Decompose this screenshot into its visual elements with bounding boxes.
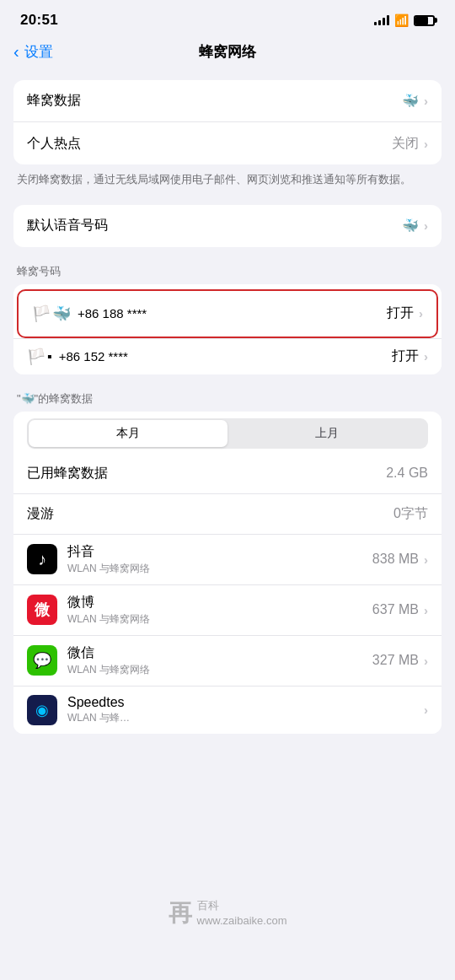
chevron-right-icon: › [424,703,428,717]
default-voice-icon: 🐳 [402,218,419,234]
app-name-weibo: 微博 [67,594,150,611]
hotspot-value: 关闭 [392,135,419,153]
speedtest-icon: ◉ [27,695,57,725]
data-section-label: "🐳"的蜂窝数据 [0,391,455,412]
hotspot-label: 个人热点 [27,135,81,153]
flag1-icon: 🏳️ [32,304,51,323]
status-icons: 📶 [374,13,435,27]
sim1-number: +86 188 **** [78,306,387,320]
sim1-highlighted: 🏳️ 🐳 +86 188 **** 打开 › [17,289,438,338]
chevron-right-icon: › [424,349,428,363]
cellular-data-row[interactable]: 蜂窝数据 🐳 › [13,80,442,122]
app-name-wechat: 微信 [67,644,150,662]
app-row-wechat[interactable]: 💬 微信 WLAN 与蜂窝网络 327 MB › [13,636,442,687]
segment-control: 本月 上月 [27,418,428,449]
card-data-usage: 本月 上月 已用蜂窝数据 2.4 GB 漫游 0字节 ♪ 抖音 WLAN 与蜂窝… [13,412,442,734]
tab-last-month[interactable]: 上月 [228,420,426,447]
app-row-weibo[interactable]: 微 微博 WLAN 与蜂窝网络 637 MB › [13,585,442,636]
chevron-right-icon: › [424,552,428,567]
app-sub-tiktok: WLAN 与蜂窝网络 [67,562,150,576]
tab-this-month[interactable]: 本月 [29,420,228,447]
app-data-tiktok: 838 MB › [372,552,428,567]
default-voice-label: 默认语音号码 [27,217,108,234]
app-sub-weibo: WLAN 与蜂窝网络 [67,612,150,627]
app-data-wechat: 327 MB › [372,653,428,668]
weibo-icon: 微 [27,595,57,625]
wifi-icon: 📶 [394,13,409,27]
data-used-value: 2.4 GB [386,466,428,481]
card-cellular: 蜂窝数据 🐳 › 个人热点 关闭 › [13,80,442,164]
app-data-speedtest: › [419,703,428,717]
tiktok-icon: ♪ [27,544,57,574]
back-label: 设置 [24,42,53,62]
roaming-label: 漫游 [27,505,54,523]
cellular-data-icon: 🐳 [402,93,419,109]
chevron-right-icon: › [424,137,428,151]
app-data-weibo: 637 MB › [372,602,428,617]
nav-bar: ‹ 设置 蜂窝网络 [0,35,455,72]
app-sub-wechat: WLAN 与蜂窝网络 [67,663,150,677]
section-data-usage: "🐳"的蜂窝数据 本月 上月 已用蜂窝数据 2.4 GB 漫游 0字节 ♪ 抖音 [0,391,455,734]
sim2-open-label: 打开 [392,347,419,365]
placeholder2-icon: ▪ [47,349,52,364]
watermark: 再 百科www.zaibaike.com [0,897,455,929]
section-voice: 默认语音号码 🐳 › [0,205,455,247]
app-name-tiktok: 抖音 [67,543,150,561]
battery-icon [414,15,435,26]
sim1-open-label: 打开 [387,304,414,322]
chevron-left-icon: ‹ [13,42,19,62]
sim2-row[interactable]: 🏳️ ▪ +86 152 **** 打开 › [13,338,442,374]
data-used-row: 已用蜂窝数据 2.4 GB [13,454,442,494]
back-button[interactable]: ‹ 设置 [13,42,53,62]
sim2-number: +86 152 **** [59,349,392,363]
chevron-right-icon: › [424,94,428,108]
chevron-right-icon: › [424,603,428,617]
app-row-speedtest[interactable]: ◉ Speedtes WLAN 与蜂… › [13,687,442,734]
default-voice-row[interactable]: 默认语音号码 🐳 › [13,205,442,247]
status-bar: 20:51 📶 [0,0,455,35]
cellular-hint: 关闭蜂窝数据，通过无线局域网使用电子邮件、网页浏览和推送通知等所有数据。 [0,164,455,188]
card-voice: 默认语音号码 🐳 › [13,205,442,247]
chevron-right-icon: › [424,654,428,668]
chevron-right-icon: › [419,306,423,320]
hotspot-row[interactable]: 个人热点 关闭 › [13,122,442,164]
whale1-icon: 🐳 [52,304,71,323]
sim1-flags: 🏳️ 🐳 [32,304,71,323]
signal-icon [374,15,389,25]
roaming-row: 漫游 0字节 [13,494,442,535]
app-name-speedtest: Speedtes [67,695,130,710]
app-sub-speedtest: WLAN 与蜂… [67,711,130,725]
chevron-right-icon: › [424,218,428,233]
status-time: 20:51 [20,12,58,29]
sim2-flags: 🏳️ ▪ [27,347,52,366]
segment-wrap: 本月 上月 [13,412,442,449]
cellular-data-label: 蜂窝数据 [27,92,81,110]
flag2-icon: 🏳️ [27,347,46,366]
app-row-tiktok[interactable]: ♪ 抖音 WLAN 与蜂窝网络 838 MB › [13,535,442,585]
sim1-row[interactable]: 🏳️ 🐳 +86 188 **** 打开 › [19,291,436,337]
sim-section-label: 蜂窝号码 [0,264,455,284]
data-used-label: 已用蜂窝数据 [27,465,108,482]
roaming-value: 0字节 [393,505,428,523]
section-sim: 蜂窝号码 🏳️ 🐳 +86 188 **** 打开 [0,264,455,374]
section-main-settings: 蜂窝数据 🐳 › 个人热点 关闭 › 关闭蜂窝数据，通过无线局域网使用电子邮件、… [0,72,455,188]
page-title: 蜂窝网络 [199,42,256,62]
card-sim: 🏳️ 🐳 +86 188 **** 打开 › [13,284,442,374]
wechat-icon: 💬 [27,645,57,676]
